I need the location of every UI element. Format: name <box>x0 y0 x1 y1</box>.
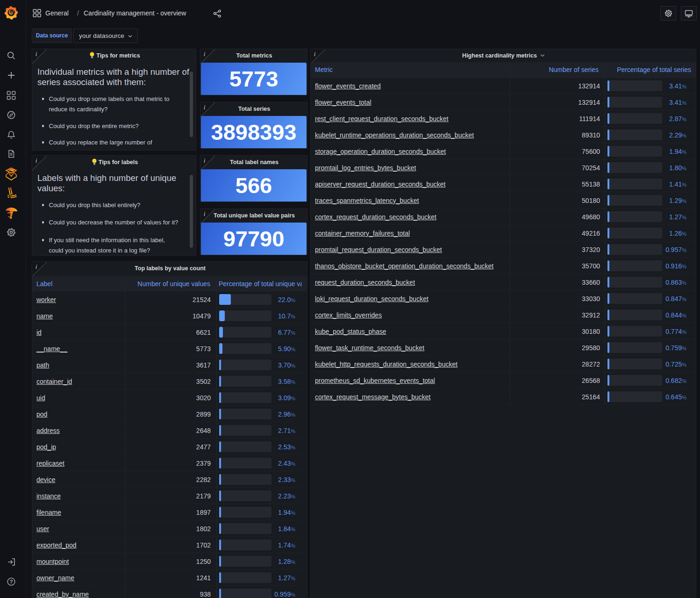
svg-text:?: ? <box>10 579 13 584</box>
